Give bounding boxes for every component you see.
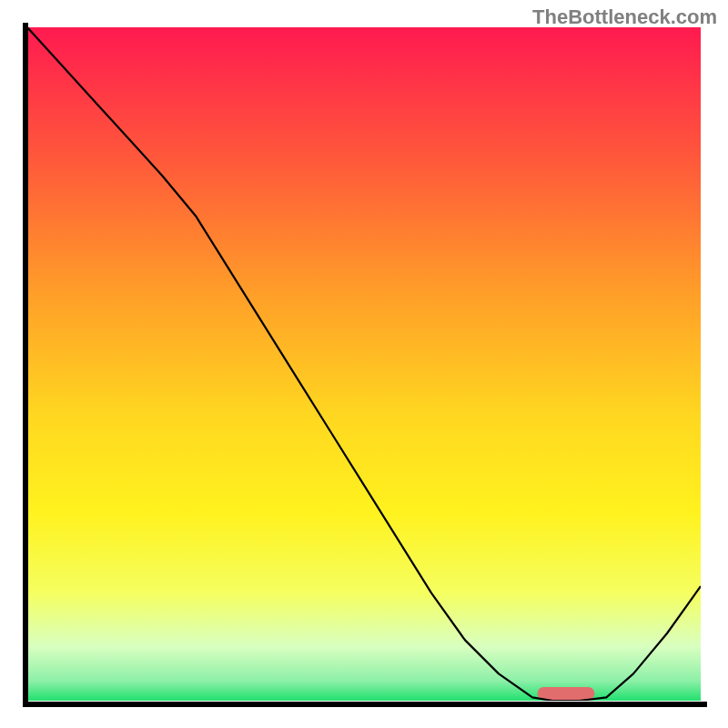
- svg-rect-0: [538, 687, 595, 700]
- watermark-label: TheBottleneck.com: [532, 5, 717, 29]
- plot-area: [27, 27, 701, 701]
- y-axis: [23, 23, 28, 707]
- gradient-background: [27, 27, 701, 701]
- plot-svg: [27, 27, 701, 701]
- x-axis: [23, 702, 707, 707]
- minimum-marker: [538, 687, 595, 700]
- bottleneck-chart: TheBottleneck.com: [0, 0, 728, 728]
